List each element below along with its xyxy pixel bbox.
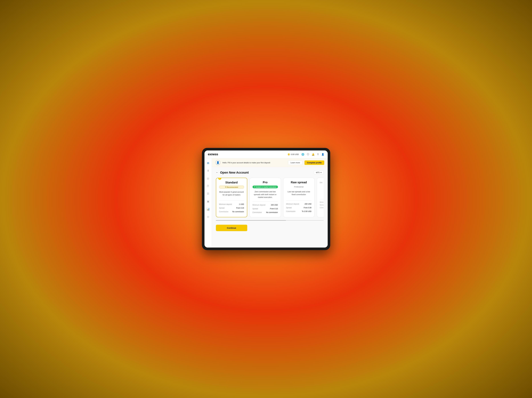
pro-commission-label: Commission: [253, 211, 262, 213]
pro-min-deposit-row: Minimum deposit 200 USD: [253, 203, 278, 207]
zero-divider: [320, 199, 324, 199]
standard-min-deposit-label: Minimum deposit: [219, 203, 232, 205]
pro-spread-label: Spread: [253, 208, 258, 210]
standard-spread-label: Spread: [219, 207, 225, 209]
scroll-thumb: [216, 220, 286, 221]
globe-icon[interactable]: 🌐: [301, 153, 304, 156]
standard-divider: [219, 201, 244, 201]
standard-description: Most popular! A great account for all ty…: [219, 191, 244, 198]
tablet-frame: exness 🪙 0.00 USD 🌐 ⓘ 🔔 ⠿ 👤 ⊞ ⬇ ◎ ⏱ ☰: [202, 148, 330, 250]
sidebar-item-reports[interactable]: 📊: [206, 207, 210, 212]
standard-spread-value: From 0.20: [236, 207, 244, 209]
sidebar-item-dashboard[interactable]: ⊞: [206, 161, 210, 165]
pro-min-deposit-value: 200 USD: [271, 204, 278, 206]
back-button[interactable]: ←: [216, 171, 218, 174]
recommended-label: Recommended: [227, 186, 238, 188]
sidebar-item-settings[interactable]: ⊙: [206, 215, 210, 219]
grid-icon[interactable]: ⠿: [317, 153, 319, 156]
raw-spread-min-deposit-value: 200 USD: [304, 203, 311, 205]
star-badge: ⭐: [218, 178, 221, 180]
pro-min-deposit-label: Minimum deposit: [253, 204, 266, 206]
platform-selector[interactable]: MT5 ▾: [314, 170, 324, 175]
standard-commission-value: No commission: [232, 211, 244, 213]
bell-icon[interactable]: 🔔: [312, 153, 315, 156]
sidebar-item-card[interactable]: ▣: [206, 199, 210, 204]
platform-label: MT5: [316, 171, 320, 174]
pro-badge: ⊙ Instant or market execution: [253, 186, 278, 188]
standard-commission-label: Commission: [219, 211, 228, 213]
sidebar-item-chart[interactable]: ◎: [206, 176, 210, 181]
user-icon[interactable]: 👤: [321, 153, 324, 156]
standard-min-deposit-value: 1 USD: [239, 203, 244, 205]
standard-badge: ⊙ Recommended: [219, 186, 244, 189]
instant-icon: ⊙: [254, 186, 255, 188]
sidebar: ⊞ ⬇ ◎ ⏱ ☰ ▣ 📊 ⊙: [204, 158, 212, 248]
chevron-down-icon: ▾: [321, 171, 322, 174]
pro-divider: [253, 201, 278, 202]
tablet-screen: exness 🪙 0.00 USD 🌐 ⓘ 🔔 ⠿ 👤 ⊞ ⬇ ◎ ⏱ ☰: [204, 150, 328, 248]
account-card-raw-spread[interactable]: Raw spread Professional Low raw spreads …: [283, 178, 315, 217]
page-title-row: ← Open New Account: [216, 171, 249, 175]
sidebar-item-download[interactable]: ⬇: [206, 168, 210, 173]
raw-spread-min-deposit-label: Minimum deposit: [286, 203, 299, 205]
balance-value: 0.00 USD: [291, 153, 299, 156]
standard-min-deposit-row: Minimum deposit 1 USD: [219, 202, 244, 206]
page-header: ← Open New Account MT5 ▾: [216, 170, 324, 175]
recommended-icon: ⊙: [225, 186, 226, 188]
nav-right: 🪙 0.00 USD 🌐 ⓘ 🔔 ⠿ 👤: [288, 153, 324, 156]
raw-spread-badge: Professional: [286, 185, 311, 188]
balance-display[interactable]: 🪙 0.00 USD: [288, 153, 299, 156]
main-content: 👤 Hello. Fill in your account details to…: [212, 158, 328, 248]
account-card-pro[interactable]: Pro ⊙ Instant or market execution Zero c…: [250, 178, 281, 217]
raw-spread-card-title: Raw spread: [286, 181, 311, 184]
continue-button[interactable]: Continue: [216, 225, 247, 231]
learn-more-button[interactable]: Learn more: [288, 160, 302, 165]
standard-spread-row: Spread From 0.20: [219, 206, 244, 210]
standard-card-title: Standard: [219, 181, 244, 184]
top-nav: exness 🪙 0.00 USD 🌐 ⓘ 🔔 ⠿ 👤: [204, 150, 328, 158]
banner-message: Hello. Fill in your account details to m…: [222, 162, 286, 164]
professional-label: Professional: [294, 186, 304, 188]
pro-spread-row: Spread From 0.10: [253, 207, 278, 211]
page-inner: ← Open New Account MT5 ▾ ⭐ Sta: [212, 167, 328, 235]
raw-spread-commission-label: Commission: [286, 210, 296, 212]
standard-commission-row: Commission No commission: [219, 210, 244, 214]
banner-avatar-icon: 👤: [215, 160, 221, 165]
raw-spread-commission-row: Commission To 3.50 USD: [286, 209, 311, 213]
raw-spread-spread-value: From 0.00: [304, 207, 311, 209]
account-cards-container: ⭐ Standard ⊙ Recommended Most popular! A…: [216, 178, 324, 218]
app-body: ⊞ ⬇ ◎ ⏱ ☰ ▣ 📊 ⊙ 👤 Hello. Fill in your ac…: [204, 158, 328, 248]
pro-commission-value: No commission: [266, 211, 278, 213]
raw-spread-description: Low raw spreads and a low fixed commissi…: [286, 190, 311, 198]
pro-commission-row: Commission No commission: [253, 211, 278, 214]
app-logo: exness: [208, 152, 218, 156]
raw-spread-min-deposit-row: Minimum deposit 200 USD: [286, 202, 311, 206]
wallet-icon: 🪙: [288, 153, 290, 156]
raw-spread-commission-value: To 3.50 USD: [302, 210, 311, 212]
scroll-indicator: [216, 220, 324, 221]
pro-description: Zero commission and low spreads with bot…: [253, 190, 278, 199]
page-title: Open New Account: [220, 171, 249, 175]
info-icon[interactable]: ⓘ: [307, 153, 309, 156]
account-card-zero[interactable]: Get Minim Sprea Comn: [317, 178, 324, 217]
sidebar-item-document[interactable]: ☰: [206, 191, 210, 196]
sidebar-item-history[interactable]: ⏱: [206, 184, 210, 189]
complete-profile-button[interactable]: Complete profile: [304, 160, 324, 165]
banner: 👤 Hello. Fill in your account details to…: [212, 158, 328, 167]
instant-label: Instant or market execution: [256, 186, 276, 188]
pro-spread-value: From 0.10: [270, 208, 278, 210]
raw-spread-spread-row: Spread From 0.00: [286, 206, 311, 209]
account-card-standard[interactable]: ⭐ Standard ⊙ Recommended Most popular! A…: [216, 178, 247, 217]
pro-card-title: Pro: [253, 181, 278, 184]
raw-spread-spread-label: Spread: [286, 207, 292, 209]
